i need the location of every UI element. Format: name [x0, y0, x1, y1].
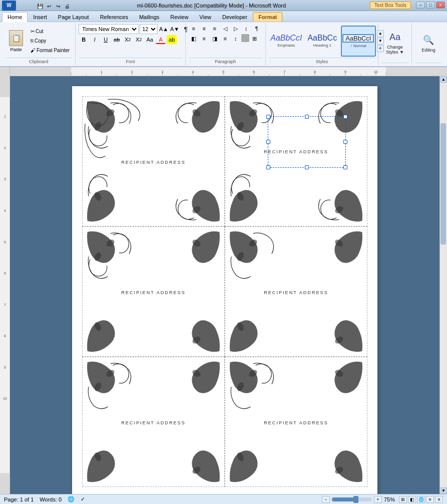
svg-point-62 — [192, 238, 201, 247]
italic-button[interactable]: I — [90, 35, 100, 44]
outline-view-button[interactable]: ≡ — [426, 496, 434, 503]
paste-button[interactable]: 📋 Paste — [5, 26, 27, 56]
full-reading-button[interactable]: ◧ — [408, 496, 416, 503]
redo-button[interactable]: ↪ — [54, 3, 62, 11]
underline-button[interactable]: U — [101, 35, 111, 44]
scroll-down-button[interactable]: ▼ — [440, 487, 447, 494]
bold-button[interactable]: B — [79, 35, 89, 44]
font-size-select[interactable]: 12 — [140, 24, 158, 34]
label-cell-2-1[interactable]: RECIPIENT ADDRESS — [225, 357, 367, 487]
close-button[interactable]: × — [436, 2, 445, 9]
editing-button[interactable]: 🔍 Editing — [415, 28, 442, 59]
change-styles-button[interactable]: Aa Change Styles ▼ — [381, 28, 408, 59]
shrink-font-button[interactable]: A▼ — [170, 25, 180, 34]
show-marks-button[interactable]: ¶ — [252, 24, 262, 33]
zoom-bar[interactable] — [332, 497, 372, 501]
tab-references[interactable]: References — [95, 12, 134, 22]
label-cell-1-0[interactable]: RECIPIENT ADDRESS — [82, 226, 225, 357]
shading-button[interactable] — [241, 34, 249, 42]
tab-insert[interactable]: Insert — [28, 12, 53, 22]
scrollbar-thumb[interactable] — [440, 123, 446, 244]
web-layout-button[interactable]: 🌐 — [417, 496, 425, 503]
flourish-2-0: RECIPIENT ADDRESS — [83, 357, 224, 486]
save-button[interactable]: 💾 — [36, 3, 44, 11]
highlight-button[interactable]: ab — [167, 35, 177, 44]
svg-point-78 — [248, 369, 258, 378]
subscript-button[interactable]: X2 — [123, 35, 133, 44]
copy-button[interactable]: ⎘ Copy — [28, 37, 72, 46]
grow-font-button[interactable]: A▲ — [159, 25, 169, 34]
svg-rect-36 — [0, 76, 10, 97]
emphasis-preview: AaBbCcI — [270, 34, 302, 42]
svg-point-70 — [334, 336, 344, 345]
font-name-select[interactable]: Times New Roman — [79, 24, 139, 34]
superscript-button[interactable]: X2 — [134, 35, 144, 44]
status-bar-left: Page: 1 of 1 Words: 0 🌐 ✓ — [4, 496, 85, 502]
sort-button[interactable]: ↕ — [241, 24, 251, 33]
align-right-button[interactable]: ◨ — [210, 34, 220, 43]
label-grid: RECIPIENT ADDRESS — [82, 96, 367, 487]
tab-developer[interactable]: Developer — [217, 12, 253, 22]
cut-icon: ✂ — [31, 29, 35, 34]
word-count: Words: 0 — [40, 496, 62, 502]
svg-text:3: 3 — [4, 177, 6, 181]
align-left-button[interactable]: ◧ — [189, 34, 199, 43]
borders-button[interactable]: ⊞ — [250, 34, 260, 43]
paragraph-group: ≡ ≡ ≡ ◁ ▷ ↕ ¶ ◧ ≡ ◨ ≡ ↕ ⊞ Paragraph — [186, 23, 266, 65]
context-tab-label: Text Box Tools — [370, 2, 411, 9]
tab-page-layout[interactable]: Page Layout — [53, 12, 95, 22]
zoom-in-button[interactable]: + — [374, 496, 382, 503]
svg-rect-0 — [10, 67, 447, 76]
label-cell-1-1[interactable]: RECIPIENT ADDRESS — [225, 226, 367, 357]
tab-mailings[interactable]: Mailings — [134, 12, 165, 22]
document: RECIPIENT ADDRESS — [72, 86, 377, 494]
increase-indent-button[interactable]: ▷ — [231, 24, 241, 33]
label-cell-0-1[interactable]: RECIPIENT ADDRESS — [225, 96, 367, 226]
draft-view-button[interactable]: ≡ — [435, 496, 443, 503]
label-cell-2-0[interactable]: RECIPIENT ADDRESS — [82, 357, 225, 487]
style-heading1[interactable]: AaBbCc Heading 1 — [305, 26, 340, 57]
change-case-button[interactable]: Aa — [145, 35, 155, 44]
strikethrough-button[interactable]: ab — [112, 35, 122, 44]
bullets-button[interactable]: ≡ — [189, 24, 199, 33]
numbering-button[interactable]: ≡ — [199, 24, 209, 33]
multilevel-button[interactable]: ≡ — [210, 24, 220, 33]
minimize-button[interactable]: − — [416, 2, 425, 9]
zoom-thumb[interactable] — [353, 496, 358, 503]
zoom-out-button[interactable]: − — [322, 496, 330, 503]
align-center-button[interactable]: ≡ — [199, 34, 209, 43]
decrease-indent-button[interactable]: ◁ — [220, 24, 230, 33]
svg-point-74 — [192, 369, 201, 378]
maximize-button[interactable]: □ — [426, 2, 435, 9]
undo-button[interactable]: ↩ — [45, 3, 53, 11]
print-layout-button[interactable]: ⊞ — [399, 496, 407, 503]
svg-point-76 — [192, 466, 201, 475]
vertical-scrollbar[interactable]: ▲ ▼ — [439, 76, 447, 494]
format-painter-button[interactable]: 🖌 Format Painter — [28, 46, 72, 55]
status-bar: Page: 1 of 1 Words: 0 🌐 ✓ − + 75% ⊞ ◧ 🌐 … — [0, 494, 447, 504]
cut-button[interactable]: ✂ Cut — [28, 27, 72, 36]
vertical-ruler: 1 2 3 4 5 6 7 8 9 10 — [0, 76, 10, 494]
print-button[interactable]: 🖨 — [63, 3, 71, 11]
language-indicator: 🌐 — [68, 496, 75, 502]
paragraph-content: ≡ ≡ ≡ ◁ ▷ ↕ ¶ ◧ ≡ ◨ ≡ ↕ ⊞ — [189, 24, 262, 58]
line-spacing-button[interactable]: ↕ — [231, 34, 241, 43]
svg-text:8: 8 — [4, 334, 6, 338]
scroll-up-button[interactable]: ▲ — [440, 76, 447, 83]
tab-home[interactable]: Home — [2, 12, 28, 22]
label-cell-0-0[interactable]: RECIPIENT ADDRESS — [82, 96, 225, 226]
style-emphasis[interactable]: AaBbCcI Emphasis — [269, 26, 304, 57]
scrollbar-track — [440, 83, 447, 487]
document-area[interactable]: RECIPIENT ADDRESS — [10, 76, 439, 494]
justify-button[interactable]: ≡ — [220, 34, 230, 43]
tab-format[interactable]: Format — [253, 12, 282, 22]
font-color-button[interactable]: A — [156, 35, 166, 44]
style-normal[interactable]: AaBbCcI ↑ Normal — [341, 26, 376, 57]
svg-point-79 — [236, 382, 245, 392]
svg-text:RECIPIENT ADDRESS: RECIPIENT ADDRESS — [121, 290, 186, 295]
zoom-fill — [332, 497, 356, 501]
svg-text:5: 5 — [4, 240, 6, 244]
svg-point-73 — [94, 382, 102, 392]
tab-review[interactable]: Review — [165, 12, 194, 22]
tab-view[interactable]: View — [194, 12, 217, 22]
